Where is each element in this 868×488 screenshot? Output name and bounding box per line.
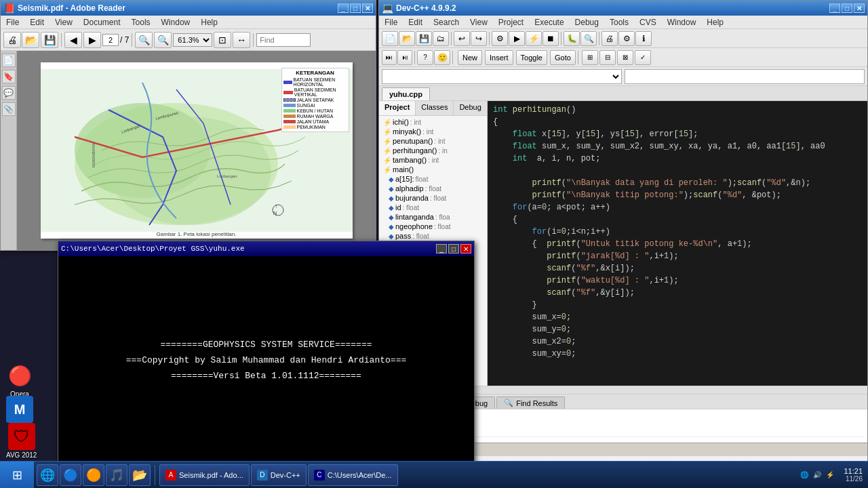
adobe-menu-tools[interactable]: Tools: [129, 16, 153, 28]
adobe-back-button[interactable]: ◀: [64, 32, 82, 48]
adobe-menu-window[interactable]: Window: [159, 16, 193, 28]
sidebar-tool-4[interactable]: 📎: [2, 102, 16, 116]
find-input[interactable]: [256, 33, 311, 47]
zoom-out-button[interactable]: 🔍: [135, 32, 153, 48]
sidebar-tool-3[interactable]: 💬: [2, 86, 16, 100]
devcpp-menu-execute[interactable]: Execute: [532, 16, 566, 28]
devcpp-menu-debug[interactable]: Debug: [572, 16, 601, 28]
quicklaunch-itunes[interactable]: 🎵: [106, 464, 127, 486]
adobe-maximize-button[interactable]: □: [350, 3, 361, 13]
adobe-menu-file[interactable]: File: [3, 16, 22, 28]
console-close[interactable]: ✕: [460, 244, 471, 253]
function-input[interactable]: [625, 69, 865, 84]
tab-classes[interactable]: Classes: [416, 101, 454, 115]
tree-item-penutupan[interactable]: ⚡ penutupan(): int: [380, 136, 486, 146]
tree-item-a[interactable]: ◆ a[15]: float: [380, 174, 486, 184]
tb-grid3[interactable]: ⊠: [617, 50, 633, 65]
file-tab-yuhu[interactable]: yuhu.cpp: [382, 87, 430, 100]
bottom-tab-findresults[interactable]: 🔍 Find Results: [496, 396, 565, 409]
toolbar-toggle-button[interactable]: Toggle: [516, 50, 547, 65]
devcpp-menu-edit[interactable]: Edit: [406, 16, 425, 28]
adobe-minimize-button[interactable]: _: [338, 3, 349, 13]
taskbar-console[interactable]: C C:\Users\Acer\De...: [308, 464, 398, 486]
tree-item-alphadip[interactable]: ◆ alphadip : float: [380, 184, 486, 193]
tb-save[interactable]: 💾: [416, 31, 432, 46]
devcpp-menu-cvs[interactable]: CVS: [637, 16, 659, 28]
tree-item-lintanganda[interactable]: ◆ lintanganda : floa: [380, 212, 486, 222]
tree-item-pass[interactable]: ◆ pass : float: [380, 231, 486, 241]
toolbar-insert-button[interactable]: Insert: [485, 50, 513, 65]
tree-item-ichi[interactable]: ⚡ ichi(): int: [380, 117, 486, 127]
tb-check[interactable]: ✓: [635, 50, 651, 65]
adobe-open-button[interactable]: 📂: [22, 32, 39, 48]
tb-redo[interactable]: ↪: [471, 31, 487, 46]
tb-new-source[interactable]: 📄: [382, 31, 398, 46]
tb-step-over[interactable]: ⏯: [397, 50, 412, 65]
tb-help[interactable]: ?: [417, 50, 433, 65]
zoom-in-button[interactable]: 🔍: [154, 32, 172, 48]
quicklaunch-folder[interactable]: 📂: [129, 464, 151, 486]
tb-run[interactable]: ▶: [509, 31, 525, 46]
devcpp-maximize-button[interactable]: □: [842, 3, 852, 13]
tree-item-perhitungan[interactable]: ⚡ perhitungan(): in: [380, 146, 486, 155]
fit-page-button[interactable]: ⊡: [214, 32, 231, 48]
devcpp-close-button[interactable]: ✕: [854, 3, 865, 13]
tb-grid2[interactable]: ⊟: [599, 50, 616, 65]
code-editor[interactable]: int perhitungan() { float x[15], y[15], …: [488, 101, 867, 386]
quicklaunch-vlc[interactable]: 🟠: [83, 464, 104, 486]
devcpp-menu-view[interactable]: View: [467, 16, 490, 28]
devcpp-menu-help[interactable]: Help: [704, 16, 726, 28]
zoom-select[interactable]: 61.3%: [173, 33, 212, 47]
tab-project[interactable]: Project: [379, 101, 416, 115]
tree-item-main[interactable]: ⚡ main(): [380, 165, 486, 174]
adobe-forward-button[interactable]: ▶: [83, 32, 101, 48]
devcpp-menu-search[interactable]: Search: [431, 16, 462, 28]
tree-item-bujuranda[interactable]: ◆ bujuranda : float: [380, 193, 486, 203]
class-dropdown[interactable]: [382, 69, 622, 84]
adobe-menu-document[interactable]: Document: [81, 16, 123, 28]
sidebar-tool-2[interactable]: 🔖: [2, 70, 16, 83]
tree-item-minyak[interactable]: ⚡ minyak(): int: [380, 127, 486, 136]
console-maximize[interactable]: □: [448, 244, 459, 253]
adobe-menu-help[interactable]: Help: [198, 16, 220, 28]
start-button[interactable]: ⊞: [0, 462, 34, 489]
tb-debug[interactable]: 🐛: [564, 31, 580, 46]
adobe-save-button[interactable]: 💾: [41, 32, 58, 48]
tb-options[interactable]: ⚙: [618, 31, 635, 46]
devcpp-menu-project[interactable]: Project: [496, 16, 526, 28]
tb-stop[interactable]: ⏹: [542, 31, 559, 46]
devcpp-minimize-button[interactable]: _: [829, 3, 840, 13]
adobe-print-button[interactable]: 🖨: [3, 32, 21, 48]
console-minimize[interactable]: _: [436, 244, 447, 253]
taskbar-adobe[interactable]: A Seismik.pdf - Ado...: [159, 464, 250, 486]
quicklaunch-chrome[interactable]: 🔵: [60, 464, 81, 486]
adobe-close-button[interactable]: ✕: [362, 3, 373, 13]
page-input[interactable]: [102, 34, 119, 46]
devcpp-menu-window[interactable]: Window: [665, 16, 699, 28]
tb-compile[interactable]: ⚙: [492, 31, 508, 46]
fit-width-button[interactable]: ↔: [233, 32, 250, 48]
desktop-icon-avg[interactable]: 🛡 AVG 2012: [3, 420, 39, 462]
sidebar-tool-1[interactable]: 📄: [2, 54, 16, 67]
devcpp-menu-tools[interactable]: Tools: [607, 16, 631, 28]
tab-debug-cls[interactable]: Debug: [454, 101, 487, 115]
tb-about[interactable]: ℹ: [635, 31, 652, 46]
toolbar-goto-button[interactable]: Goto: [550, 50, 576, 65]
tb-save-all[interactable]: 🗂: [433, 31, 449, 46]
toolbar-new-button[interactable]: New: [458, 50, 482, 65]
taskbar-devcpp[interactable]: D Dev-C++: [251, 464, 307, 486]
adobe-menu-edit[interactable]: Edit: [27, 16, 47, 28]
tb-step[interactable]: ⏭: [382, 50, 397, 65]
tree-item-id[interactable]: ◆ id : float: [380, 203, 486, 212]
adobe-menu-view[interactable]: View: [52, 16, 75, 28]
tb-help2[interactable]: 🙂: [434, 50, 450, 65]
tb-print[interactable]: 🖨: [601, 31, 618, 46]
tree-item-ngeophone[interactable]: ◆ ngeophone : float: [380, 222, 486, 231]
tb-open[interactable]: 📂: [399, 31, 415, 46]
devcpp-menu-file[interactable]: File: [382, 16, 400, 28]
quicklaunch-ie[interactable]: 🌐: [37, 464, 58, 486]
tb-find[interactable]: 🔍: [580, 31, 597, 46]
tb-compile-run[interactable]: ⚡: [526, 31, 542, 46]
tb-grid1[interactable]: ⊞: [582, 50, 598, 65]
tb-undo[interactable]: ↩: [454, 31, 470, 46]
